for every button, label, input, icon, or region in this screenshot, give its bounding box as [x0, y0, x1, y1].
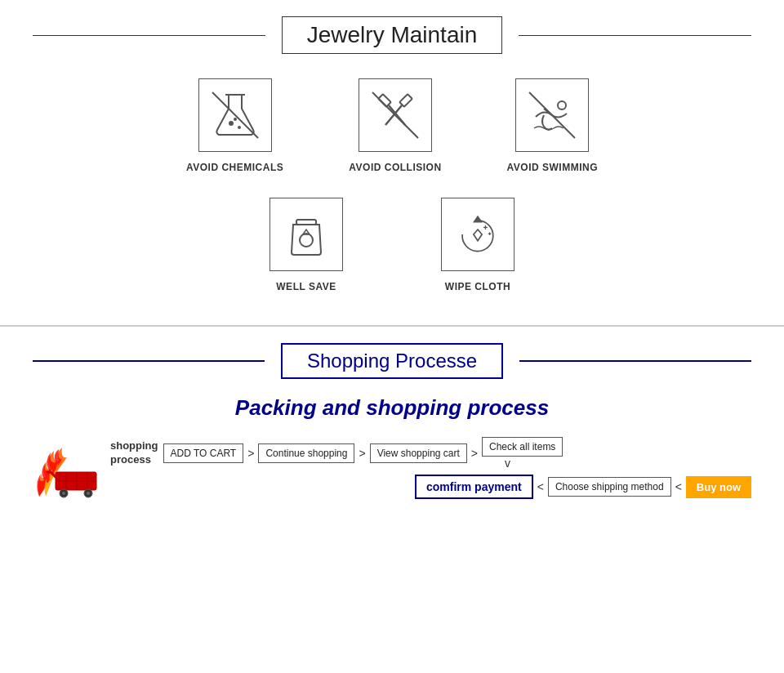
- svg-point-3: [238, 126, 241, 129]
- down-arrow: v: [505, 457, 510, 470]
- svg-point-4: [234, 118, 237, 121]
- collision-label: AVOID COLLISION: [349, 162, 441, 173]
- title-line-left: [33, 35, 265, 36]
- avoid-chemicals-box: [198, 78, 272, 152]
- icon-wipe-cloth: WIPE CLOTH: [441, 198, 514, 292]
- collision-icon: [371, 91, 420, 140]
- svg-rect-6: [378, 94, 391, 107]
- avoid-swimming-box: [515, 78, 589, 152]
- arrow-3: >: [471, 447, 478, 460]
- check-items-btn[interactable]: Check all items: [482, 437, 563, 457]
- jewelry-section: Jewelry Maintain AVOID CHEMICALS: [0, 0, 784, 327]
- svg-point-2: [229, 121, 234, 126]
- icons-row-2: WELL SAVE WIPE CLOTH: [33, 198, 751, 292]
- svg-point-27: [62, 492, 65, 495]
- icons-row-1: AVOID CHEMICALS AVOID COLLISION: [33, 78, 751, 173]
- buy-now-btn[interactable]: Buy now: [686, 476, 751, 498]
- confirm-payment-btn[interactable]: comfirm payment: [415, 475, 533, 499]
- jewelry-title-wrap: Jewelry Maintain: [33, 16, 751, 54]
- swimming-icon: [528, 91, 577, 140]
- choose-shipping-btn[interactable]: Choose shipping method: [548, 477, 671, 497]
- svg-point-28: [87, 492, 90, 495]
- arrow-4: <: [537, 480, 544, 493]
- arrow-1: >: [247, 447, 254, 460]
- avoid-collision-box: [359, 78, 432, 152]
- shopping-section: Shopping Processe Packing and shopping p…: [0, 327, 784, 527]
- shopping-line-right: [519, 360, 751, 362]
- arrow-2: >: [359, 447, 365, 460]
- wipe-icon: [453, 210, 502, 259]
- save-icon: [282, 210, 331, 259]
- save-label: WELL SAVE: [276, 281, 336, 292]
- shopping-line-left: [33, 360, 265, 362]
- arrow-5: <: [675, 480, 682, 493]
- jewelry-title: Jewelry Maintain: [282, 16, 503, 54]
- icon-well-save: WELL SAVE: [270, 198, 343, 292]
- svg-rect-8: [399, 94, 412, 107]
- continue-shopping-btn[interactable]: Continue shopping: [258, 443, 354, 463]
- svg-line-0: [212, 92, 258, 138]
- well-save-box: [270, 198, 343, 271]
- svg-marker-15: [473, 216, 483, 223]
- chemicals-icon: [211, 91, 260, 140]
- icon-avoid-collision: AVOID COLLISION: [349, 78, 441, 173]
- packing-title: Packing and shopping process: [33, 395, 751, 421]
- icon-avoid-chemicals: AVOID CHEMICALS: [186, 78, 283, 173]
- wipe-cloth-box: [441, 198, 514, 271]
- add-to-cart-btn[interactable]: ADD TO CART: [163, 443, 244, 463]
- view-cart-btn[interactable]: View shopping cart: [370, 443, 467, 463]
- chemicals-label: AVOID CHEMICALS: [186, 162, 283, 173]
- svg-point-11: [558, 101, 566, 109]
- shopping-title: Shopping Processe: [281, 343, 503, 379]
- icon-avoid-swimming: AVOID SWIMMING: [507, 78, 598, 173]
- swimming-label: AVOID SWIMMING: [507, 162, 598, 173]
- title-line-right: [519, 35, 751, 36]
- process-label: shoppingprocess: [110, 439, 158, 467]
- svg-line-7: [389, 105, 405, 125]
- cart-flame-icon: [33, 441, 102, 502]
- svg-point-14: [300, 234, 313, 247]
- wipe-label: WIPE CLOTH: [445, 281, 510, 292]
- shopping-title-wrap: Shopping Processe: [33, 343, 751, 379]
